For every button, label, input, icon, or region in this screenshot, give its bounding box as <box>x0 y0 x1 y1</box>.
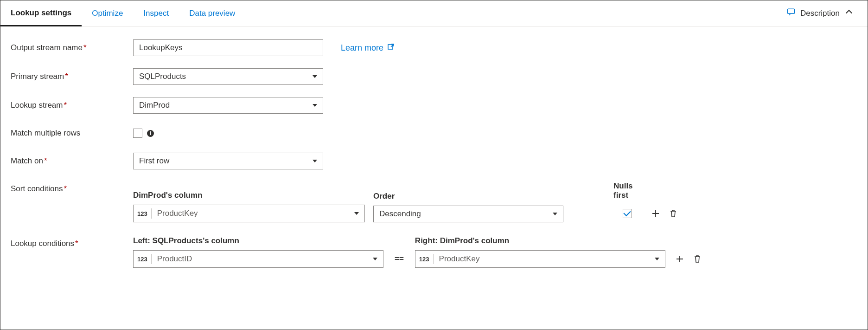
datatype-tag: 123 <box>134 256 151 263</box>
label-primary-stream: Primary stream* <box>11 69 133 84</box>
svg-rect-0 <box>787 9 794 13</box>
row-output-stream-name: Output stream name* Learn more <box>11 39 857 56</box>
sort-order-select[interactable]: Descending <box>373 206 563 222</box>
primary-stream-select[interactable]: SQLProducts <box>133 68 323 85</box>
description-toggle[interactable]: Description <box>786 7 862 19</box>
label-output-stream-name: Output stream name* <box>11 40 133 55</box>
add-lookup-condition-button[interactable] <box>674 253 686 265</box>
row-match-on: Match on* First row <box>11 153 857 169</box>
chevron-down-icon <box>313 104 317 107</box>
label-match-on: Match on* <box>11 154 133 168</box>
tabstrip: Lookup settings Optimize Inspect Data pr… <box>0 0 868 26</box>
chevron-down-icon <box>313 75 317 78</box>
chevron-down-icon <box>373 258 377 260</box>
label-match-multiple-rows: Match multiple rows <box>11 126 133 141</box>
chevron-down-icon <box>313 160 317 162</box>
lookup-left-header: Left: SQLProducts's column <box>133 236 383 246</box>
match-on-select[interactable]: First row <box>133 153 323 169</box>
chevron-down-icon <box>553 213 557 215</box>
external-link-icon <box>387 43 395 53</box>
add-sort-condition-button[interactable] <box>650 207 662 220</box>
lookup-right-value: ProductKey <box>434 254 655 264</box>
sort-column-header: DimProd's column <box>133 191 365 200</box>
form-body: Output stream name* Learn more Primary s… <box>0 26 868 290</box>
lookup-stream-value: DimProd <box>139 101 170 110</box>
info-icon[interactable]: i <box>147 130 154 137</box>
lookup-operator: == <box>392 250 407 268</box>
delete-lookup-condition-button[interactable] <box>691 253 703 265</box>
description-label: Description <box>800 9 840 18</box>
sort-column-value: ProductKey <box>152 209 354 218</box>
lookup-left-value: ProductID <box>152 254 373 264</box>
primary-stream-value: SQLProducts <box>139 72 186 81</box>
match-on-value: First row <box>139 156 169 166</box>
row-sort-conditions: Sort conditions* DimProd's column 123 Pr… <box>11 181 857 222</box>
label-sort-conditions: Sort conditions* <box>11 181 133 196</box>
lookup-stream-select[interactable]: DimProd <box>133 97 323 114</box>
lookup-left-column-select[interactable]: 123 ProductID <box>133 250 383 268</box>
label-lookup-stream: Lookup stream* <box>11 98 133 113</box>
row-lookup-stream: Lookup stream* DimProd <box>11 97 857 114</box>
datatype-tag: 123 <box>134 210 151 217</box>
row-primary-stream: Primary stream* SQLProducts <box>11 68 857 85</box>
row-match-multiple-rows: Match multiple rows i <box>11 126 857 141</box>
chevron-down-icon <box>354 212 359 215</box>
sort-nulls-header: Nulls first <box>613 181 641 200</box>
delete-sort-condition-button[interactable] <box>667 207 679 220</box>
output-stream-name-input[interactable] <box>133 39 323 56</box>
sort-column-select[interactable]: 123 ProductKey <box>133 205 365 222</box>
label-lookup-conditions: Lookup conditions* <box>11 236 133 251</box>
lookup-right-column-select[interactable]: 123 ProductKey <box>415 250 665 268</box>
tab-lookup-settings[interactable]: Lookup settings <box>0 0 82 26</box>
row-lookup-conditions: Lookup conditions* Left: SQLProducts's c… <box>11 236 857 268</box>
tab-data-preview[interactable]: Data preview <box>179 0 245 26</box>
datatype-tag: 123 <box>415 256 433 263</box>
chevron-up-icon <box>844 7 854 19</box>
learn-more-link[interactable]: Learn more <box>341 43 395 53</box>
lookup-settings-panel: Lookup settings Optimize Inspect Data pr… <box>0 0 868 330</box>
chevron-down-icon <box>655 258 659 260</box>
comment-icon <box>786 7 796 19</box>
sort-order-header: Order <box>373 192 563 201</box>
lookup-right-header: Right: DimProd's column <box>415 236 665 246</box>
match-multiple-rows-checkbox[interactable] <box>133 129 142 138</box>
nulls-first-checkbox[interactable] <box>623 209 632 218</box>
sort-order-value: Descending <box>379 209 421 219</box>
tab-optimize[interactable]: Optimize <box>82 0 133 26</box>
tab-inspect[interactable]: Inspect <box>133 0 179 26</box>
